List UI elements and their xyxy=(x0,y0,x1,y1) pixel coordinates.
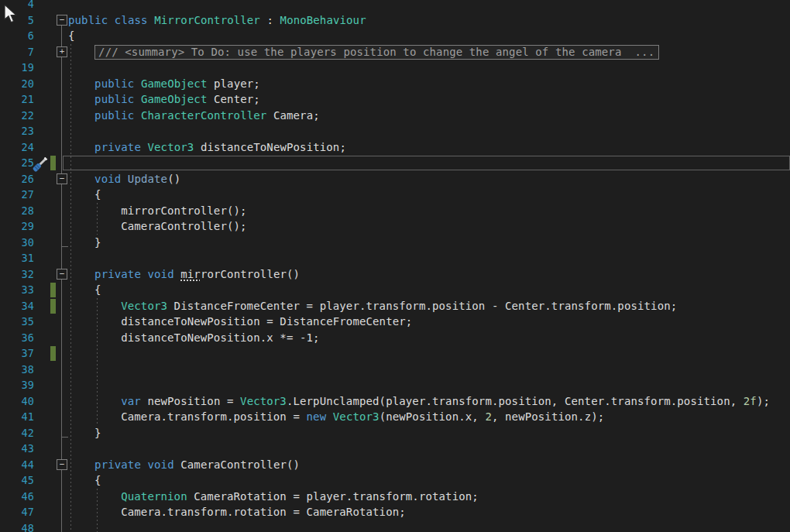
code-line-text[interactable]: Vector3 DistanceFromeCenter = player.tra… xyxy=(121,300,677,314)
line-number[interactable]: 6 xyxy=(0,29,34,42)
code-line-text[interactable]: public class MirrorController : MonoBeha… xyxy=(68,14,366,28)
code-token: } xyxy=(94,427,101,439)
code-line: 21public GameObject Center; xyxy=(0,91,790,108)
code-token: rorController() xyxy=(201,268,300,280)
code-token: new xyxy=(307,410,327,423)
line-number[interactable]: 22 xyxy=(0,109,34,122)
code-token: CameraRotation = player.transform.rotati… xyxy=(187,490,479,503)
code-token: Camera; xyxy=(266,109,319,122)
line-number[interactable]: 47 xyxy=(0,506,34,518)
code-token: player; xyxy=(207,77,259,90)
line-number[interactable]: 38 xyxy=(0,363,34,376)
line-number[interactable]: 39 xyxy=(0,379,34,391)
code-token: Camera.transform.rotation = CameraRotati… xyxy=(121,506,406,518)
code-line-text[interactable]: CameraController(); xyxy=(121,220,246,234)
line-number[interactable]: 36 xyxy=(0,331,34,344)
line-number[interactable]: 44 xyxy=(0,458,34,471)
code-line-text[interactable]: distanceToNewPosition = DistanceFromeCen… xyxy=(121,315,412,329)
code-line-text[interactable]: public CharacterController Camera; xyxy=(94,109,320,123)
code-line: 45{ xyxy=(0,472,790,489)
line-number[interactable]: 19 xyxy=(0,61,34,74)
line-number[interactable]: 45 xyxy=(0,474,34,486)
code-line-text[interactable]: public GameObject Center; xyxy=(94,93,260,107)
line-number[interactable]: 32 xyxy=(0,268,34,280)
line-number[interactable]: 33 xyxy=(0,283,34,296)
line-number[interactable]: 28 xyxy=(0,204,34,217)
line-number[interactable]: 20 xyxy=(0,77,34,90)
fold-collapse-icon[interactable]: − xyxy=(57,15,67,26)
line-number[interactable]: 40 xyxy=(0,395,34,407)
change-tracking-bar xyxy=(50,299,56,314)
code-token: { xyxy=(94,474,101,486)
line-number[interactable]: 41 xyxy=(0,410,34,423)
code-line: 38 xyxy=(0,362,790,378)
quick-actions-screwdriver-icon[interactable] xyxy=(31,157,48,173)
code-line-text[interactable]: public GameObject player; xyxy=(94,77,260,91)
code-line-text[interactable]: private void mirrorController() xyxy=(94,268,300,282)
line-number[interactable]: 30 xyxy=(0,236,34,249)
code-token: distanceToNewPosition.x *= -1; xyxy=(121,331,319,344)
code-line-text[interactable]: mirrorController(); xyxy=(121,204,246,218)
code-token: GameObject xyxy=(141,77,208,90)
code-line-text[interactable]: Camera.transform.position = new Vector3(… xyxy=(121,410,604,424)
fold-expand-icon[interactable]: + xyxy=(57,46,67,57)
code-line-text[interactable]: /// <summary> To Do: use the players pos… xyxy=(94,46,659,60)
code-line-text[interactable]: var newPosition = Vector3.LerpUnclamped(… xyxy=(121,395,770,409)
collapsed-summary-comment[interactable]: /// <summary> To Do: use the players pos… xyxy=(94,45,659,60)
line-number[interactable]: 43 xyxy=(0,442,34,455)
line-number[interactable]: 26 xyxy=(0,173,34,185)
code-line-text[interactable]: { xyxy=(94,188,101,202)
code-line-text[interactable]: Quaternion CameraRotation = player.trans… xyxy=(121,490,479,504)
code-token: mir xyxy=(180,268,201,280)
indent-guide xyxy=(97,203,98,235)
change-tracking-bar xyxy=(50,283,56,297)
code-token: CameraController() xyxy=(180,458,300,471)
line-number[interactable]: 48 xyxy=(0,522,34,532)
code-line: 23 xyxy=(0,123,790,139)
code-line-text[interactable]: distanceToNewPosition.x *= -1; xyxy=(121,331,319,345)
line-number[interactable]: 21 xyxy=(0,93,34,105)
line-number[interactable]: 24 xyxy=(0,141,34,153)
line-number[interactable]: 7 xyxy=(0,46,34,58)
change-tracking-bar xyxy=(50,156,56,170)
line-number[interactable]: 35 xyxy=(0,315,34,328)
code-token: MonoBehaviour xyxy=(280,14,366,26)
line-number[interactable]: 46 xyxy=(0,490,34,503)
code-line-text[interactable]: private Vector3 distanceToNewPosition; xyxy=(94,141,346,155)
line-number[interactable]: 34 xyxy=(0,300,34,312)
code-line-text[interactable]: { xyxy=(68,29,75,43)
code-editor-viewport[interactable]: 45−public class MirrorController : MonoB… xyxy=(0,0,790,532)
change-tracking-bar xyxy=(50,346,56,361)
code-token: CameraController(); xyxy=(121,220,246,232)
code-line: 4 xyxy=(0,0,790,12)
line-number[interactable]: 23 xyxy=(0,125,34,137)
line-number[interactable]: 42 xyxy=(0,427,34,439)
fold-collapse-icon[interactable]: − xyxy=(57,459,67,470)
code-line-text[interactable]: } xyxy=(94,427,101,441)
code-token: public xyxy=(94,109,141,122)
code-line: 35distanceToNewPosition = DistanceFromeC… xyxy=(0,314,790,330)
code-line-text[interactable]: { xyxy=(94,283,101,297)
line-number[interactable]: 37 xyxy=(0,347,34,359)
code-line-text[interactable]: Camera.transform.rotation = CameraRotati… xyxy=(121,506,406,520)
line-number[interactable]: 29 xyxy=(0,220,34,232)
fold-collapse-icon[interactable]: − xyxy=(57,173,67,184)
code-token: distanceToNewPosition = DistanceFromeCen… xyxy=(121,315,412,328)
code-line: 24private Vector3 distanceToNewPosition; xyxy=(0,139,790,156)
code-line-text[interactable]: { xyxy=(94,474,101,488)
line-number[interactable]: 25 xyxy=(0,156,34,169)
code-token: Vector3 xyxy=(121,300,167,312)
code-token xyxy=(326,410,333,423)
code-line-text[interactable]: void Update() xyxy=(94,173,180,187)
mouse-arrow-cursor-icon xyxy=(3,5,19,25)
code-line-text[interactable]: private void CameraController() xyxy=(94,458,300,472)
code-token: DistanceFromeCenter = player.transform.p… xyxy=(167,300,677,312)
fold-collapse-icon[interactable]: − xyxy=(57,269,67,280)
line-number[interactable]: 27 xyxy=(0,188,34,201)
code-token: var xyxy=(121,395,141,407)
code-line-text[interactable]: } xyxy=(94,236,101,250)
code-token: Update xyxy=(128,173,167,185)
code-line: 44−private void CameraController() xyxy=(0,457,790,473)
line-number[interactable]: 31 xyxy=(0,252,34,264)
code-token: Vector3 xyxy=(147,141,194,153)
